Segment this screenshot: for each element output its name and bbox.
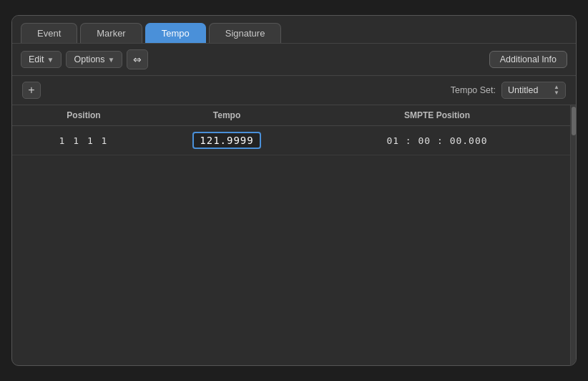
- table-row[interactable]: 1 1 1 1 121.9999 01 : 00 : 00.000: [12, 126, 576, 155]
- tempo-input-value: 121.9999: [200, 135, 253, 146]
- options-chevron-icon: ▼: [108, 56, 115, 64]
- tab-bar: Event Marker Tempo Signature: [12, 16, 576, 44]
- add-button[interactable]: +: [22, 82, 41, 99]
- edit-chevron-icon: ▼: [47, 56, 54, 64]
- column-header-smpte: SMPTE Position: [298, 109, 576, 122]
- tab-marker[interactable]: Marker: [80, 23, 142, 43]
- cell-position: 1 1 1 1: [12, 130, 155, 152]
- column-header-tempo: Tempo: [155, 109, 298, 122]
- tab-event[interactable]: Event: [21, 23, 77, 43]
- snap-button[interactable]: ⇔: [127, 49, 148, 69]
- snap-icon: ⇔: [133, 54, 142, 65]
- tab-tempo[interactable]: Tempo: [145, 23, 206, 43]
- column-header-position: Position: [12, 109, 155, 122]
- additional-info-button[interactable]: Additional Info: [489, 51, 567, 68]
- tempo-set-label: Tempo Set:: [451, 85, 496, 95]
- edit-label: Edit: [29, 54, 44, 64]
- tempo-set-row: + Tempo Set: Untitled ▲ ▼: [12, 76, 576, 105]
- table-header: Position Tempo SMPTE Position: [12, 105, 576, 126]
- tempo-input[interactable]: 121.9999: [192, 132, 260, 149]
- options-button[interactable]: Options ▼: [66, 51, 122, 68]
- dropdown-arrows-icon: ▲ ▼: [554, 85, 559, 96]
- tempo-set-dropdown[interactable]: Untitled ▲ ▼: [501, 82, 566, 99]
- toolbar: Edit ▼ Options ▼ ⇔ Additional Info: [12, 44, 576, 76]
- main-panel: Event Marker Tempo Signature Edit ▼ Opti…: [11, 15, 577, 366]
- cell-smpte: 01 : 00 : 00.000: [298, 130, 576, 152]
- cell-tempo[interactable]: 121.9999: [155, 126, 298, 155]
- table-body: 1 1 1 1 121.9999 01 : 00 : 00.000: [12, 126, 576, 365]
- options-label: Options: [74, 54, 104, 64]
- content-area: + Tempo Set: Untitled ▲ ▼ Position Tempo…: [12, 76, 576, 365]
- scrollbar-thumb[interactable]: [572, 107, 576, 135]
- tab-signature[interactable]: Signature: [209, 23, 282, 43]
- scrollbar[interactable]: [570, 105, 576, 365]
- table-area: Position Tempo SMPTE Position 1 1 1 1 12…: [12, 105, 576, 365]
- edit-button[interactable]: Edit ▼: [21, 51, 62, 68]
- tempo-set-value: Untitled: [508, 85, 538, 95]
